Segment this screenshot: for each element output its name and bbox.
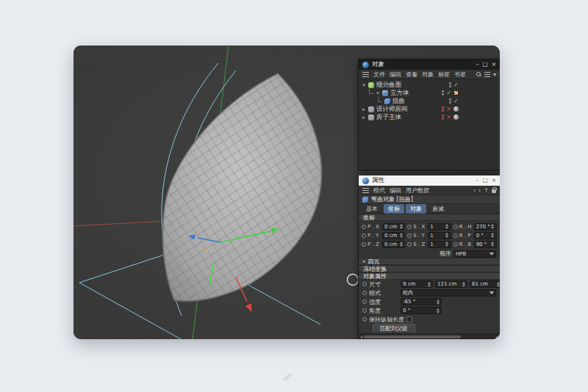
- menu-bookmarks[interactable]: 书签: [454, 70, 466, 79]
- spinner[interactable]: [427, 282, 431, 287]
- menu-userdata[interactable]: 用户数据: [406, 186, 429, 195]
- spinner[interactable]: [399, 242, 403, 247]
- tab-basic[interactable]: 基本: [362, 204, 382, 214]
- visibility-dots[interactable]: [449, 98, 451, 104]
- visibility-dots-off[interactable]: [442, 106, 444, 112]
- disabled-cross-icon[interactable]: ×: [446, 106, 451, 112]
- size-z-field[interactable]: 61 cm: [470, 280, 500, 288]
- spinner[interactable]: [496, 282, 500, 287]
- display-tag-icon[interactable]: [453, 115, 459, 120]
- caret-right-icon[interactable]: ▸: [363, 258, 366, 264]
- panel-caret-icon[interactable]: ▾: [493, 71, 496, 78]
- menu-mode[interactable]: 模式: [373, 186, 385, 195]
- r-p-field[interactable]: 0 °: [474, 232, 497, 239]
- scroll-left-icon[interactable]: ◂: [360, 335, 362, 339]
- tree-row-bend[interactable]: 扭曲 ✓: [359, 97, 500, 105]
- visibility-dots-off[interactable]: [442, 115, 444, 120]
- maximize-icon[interactable]: □: [483, 62, 488, 68]
- spinner[interactable]: [436, 308, 440, 313]
- menu-edit[interactable]: 编辑: [390, 186, 401, 195]
- keyframe-circle[interactable]: [362, 233, 366, 238]
- p-y-field[interactable]: 0 cm: [382, 232, 405, 239]
- caret-down-icon[interactable]: ▾: [376, 90, 380, 96]
- tree-row-subdivision[interactable]: ▾ 细分曲面 ✓: [359, 81, 500, 89]
- object-properties-section-header[interactable]: 对象属性: [359, 272, 500, 280]
- enabled-check-icon[interactable]: ✓: [446, 90, 451, 96]
- tab-coordinates[interactable]: 坐标: [384, 204, 404, 214]
- order-dropdown[interactable]: HPB: [453, 250, 496, 258]
- fit-to-parent-button[interactable]: 匹配到父级: [373, 324, 415, 334]
- keyframe-circle[interactable]: [362, 308, 367, 313]
- quaternion-group[interactable]: ▸ 四元: [359, 258, 500, 265]
- p-x-field[interactable]: 0 cm: [382, 223, 405, 231]
- menu-file[interactable]: 文件: [373, 70, 385, 79]
- size-y-field[interactable]: 121 cm: [435, 280, 467, 288]
- horizontal-scrollbar[interactable]: ◂ ▸: [359, 333, 500, 339]
- spinner[interactable]: [462, 282, 465, 287]
- nav-up-icon[interactable]: ↑: [484, 187, 489, 194]
- spinner[interactable]: [491, 242, 495, 247]
- tree-row-house-body[interactable]: ▸ 房子主体 ×: [359, 113, 500, 121]
- s-z-field[interactable]: 1: [428, 241, 451, 248]
- menu-edit[interactable]: 编辑: [390, 70, 401, 79]
- deformer-handle-dot[interactable]: [205, 249, 208, 252]
- s-x-field[interactable]: 1: [428, 223, 451, 231]
- keyframe-circle[interactable]: [453, 242, 458, 247]
- hamburger-icon[interactable]: [362, 72, 369, 77]
- visibility-dots[interactable]: [449, 82, 451, 87]
- texture-tag-icon[interactable]: [453, 90, 459, 95]
- minimize-icon[interactable]: –: [476, 62, 479, 68]
- strength-field[interactable]: -65 °: [401, 298, 442, 305]
- enabled-check-icon[interactable]: ✓: [453, 82, 459, 88]
- hamburger-icon[interactable]: [362, 188, 369, 193]
- keyframe-circle[interactable]: [407, 225, 412, 229]
- visibility-dots[interactable]: [442, 90, 444, 95]
- object-manager-titlebar[interactable]: 对象 – □ ×: [359, 59, 500, 70]
- close-icon[interactable]: ×: [492, 178, 496, 184]
- tree-row-cube[interactable]: ▾ 立方体 ✓: [359, 89, 500, 97]
- disabled-cross-icon[interactable]: ×: [446, 115, 451, 120]
- keyframe-circle[interactable]: [362, 300, 367, 304]
- caret-right-icon[interactable]: ▸: [362, 115, 366, 120]
- search-icon[interactable]: [476, 72, 481, 77]
- object-name[interactable]: 房子主体: [376, 113, 401, 122]
- keep-length-checkbox[interactable]: [406, 316, 412, 322]
- mode-dropdown[interactable]: 框内: [401, 289, 496, 297]
- spinner[interactable]: [445, 233, 449, 238]
- scroll-right-icon[interactable]: ▸: [496, 335, 498, 339]
- r-h-field[interactable]: 270 °: [474, 223, 497, 231]
- keyframe-circle[interactable]: [362, 317, 367, 322]
- display-tag-icon[interactable]: [453, 106, 459, 112]
- caret-right-icon[interactable]: ▸: [362, 106, 366, 112]
- r-b-field[interactable]: 90 °: [474, 241, 497, 248]
- menu-objects[interactable]: 对象: [422, 70, 434, 79]
- coordinates-section-header[interactable]: 坐标: [359, 214, 500, 221]
- spinner[interactable]: [491, 224, 495, 229]
- filter-icon[interactable]: [484, 72, 490, 77]
- nav-back-icon[interactable]: ‹: [473, 187, 476, 194]
- nav-forward-icon[interactable]: ›: [478, 187, 481, 194]
- keyframe-circle[interactable]: [453, 225, 458, 229]
- tab-falloff[interactable]: 衰减: [428, 204, 448, 214]
- size-x-field[interactable]: 9 cm: [401, 280, 433, 288]
- keyframe-circle[interactable]: [453, 233, 458, 238]
- freeze-transform-group[interactable]: 冻结变换: [359, 265, 500, 272]
- attribute-manager-titlebar[interactable]: 属性 – □ ×: [359, 175, 500, 186]
- tree-row-designer-room[interactable]: ▸ 设计师房间 ×: [359, 105, 500, 113]
- spinner[interactable]: [491, 233, 495, 238]
- enabled-check-icon[interactable]: ✓: [453, 98, 459, 104]
- p-z-field[interactable]: 0 cm: [382, 241, 405, 248]
- spinner[interactable]: [445, 242, 449, 247]
- keyframe-circle[interactable]: [407, 233, 412, 238]
- spinner[interactable]: [445, 224, 449, 229]
- tab-object[interactable]: 对象: [406, 204, 426, 214]
- keyframe-circle[interactable]: [362, 282, 367, 286]
- minimize-icon[interactable]: –: [476, 178, 479, 184]
- keyframe-circle[interactable]: [407, 242, 412, 247]
- spinner[interactable]: [399, 224, 403, 229]
- close-icon[interactable]: ×: [492, 62, 496, 68]
- keyframe-circle[interactable]: [362, 242, 366, 247]
- s-y-field[interactable]: 1: [428, 232, 451, 239]
- lock-icon[interactable]: [492, 189, 496, 193]
- maximize-icon[interactable]: □: [483, 178, 488, 184]
